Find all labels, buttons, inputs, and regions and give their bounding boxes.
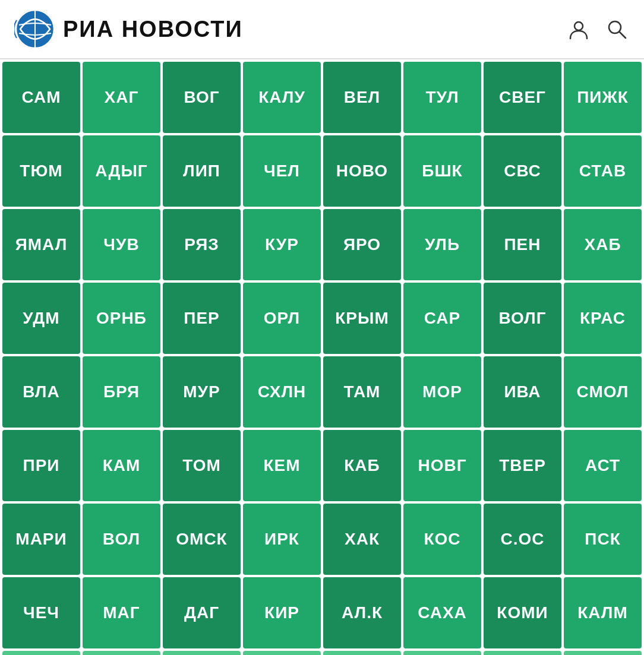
- grid-row-5: ПРИКАМТОМКЕМКАБНОВГТВЕРАСТ: [0, 430, 644, 501]
- region-cell[interactable]: ТУЛ: [403, 62, 481, 133]
- grid-row-7: ЧЕЧМАГДАГКИРАЛ.КСАХАКОМИКАЛМ: [0, 577, 644, 648]
- region-cell[interactable]: ТВЕР: [484, 430, 561, 501]
- region-cell[interactable]: С.ОС: [484, 504, 561, 575]
- region-cell[interactable]: ЧУВ: [83, 209, 160, 280]
- region-cell[interactable]: УЛЬ: [403, 209, 481, 280]
- region-cell[interactable]: ПРИ: [2, 430, 80, 501]
- svg-point-4: [609, 21, 621, 33]
- region-cell[interactable]: ХАГ: [83, 62, 160, 133]
- region-cell[interactable]: КОС: [403, 504, 481, 575]
- region-cell[interactable]: КАМ: [83, 430, 160, 501]
- region-cell[interactable]: ИВА: [484, 356, 561, 428]
- grid-row-8: АМУРЧУККАРКУРГНЕНАЛТКЧРАРХ: [0, 651, 644, 655]
- region-cell[interactable]: БРЯ: [83, 356, 160, 428]
- region-cell[interactable]: ХАК: [323, 504, 401, 575]
- region-cell[interactable]: РЯЗ: [163, 209, 241, 280]
- svg-line-5: [620, 32, 626, 38]
- region-cell[interactable]: КЕМ: [243, 430, 321, 501]
- region-cell[interactable]: САХА: [403, 577, 481, 648]
- logo-text: РИА НОВОСТИ: [63, 17, 243, 42]
- region-grid: САМХАГВОГКАЛУВЕЛТУЛСВЕГПИЖКТЮМАДЫГЛИПЧЕЛ…: [0, 62, 644, 655]
- region-cell[interactable]: ТАМ: [323, 356, 401, 428]
- header-icons: [566, 16, 630, 42]
- region-cell[interactable]: КИР: [243, 577, 321, 648]
- region-cell[interactable]: ОРЛ: [243, 283, 321, 354]
- region-cell[interactable]: ВЛА: [2, 356, 80, 428]
- region-cell[interactable]: ОРНБ: [83, 283, 160, 354]
- region-cell[interactable]: ПЕР: [163, 283, 241, 354]
- region-cell[interactable]: АМУР: [2, 651, 80, 655]
- region-cell[interactable]: АРХ: [564, 651, 642, 655]
- region-cell[interactable]: АЛТ: [403, 651, 481, 655]
- region-cell[interactable]: САР: [403, 283, 481, 354]
- region-cell[interactable]: СВЕГ: [484, 62, 561, 133]
- region-cell[interactable]: КРЫМ: [323, 283, 401, 354]
- grid-row-4: ВЛАБРЯМУРСХЛНТАММОРИВАСМОЛ: [0, 356, 644, 428]
- region-cell[interactable]: ИРК: [243, 504, 321, 575]
- region-cell[interactable]: КАЛМ: [564, 577, 642, 648]
- region-cell[interactable]: ВОГ: [163, 62, 241, 133]
- grid-row-2: ЯМАЛЧУВРЯЗКУРЯРОУЛЬПЕНХАБ: [0, 209, 644, 280]
- region-cell[interactable]: МАГ: [83, 577, 160, 648]
- grid-row-3: УДМОРНБПЕРОРЛКРЫМСАРВОЛГКРАС: [0, 283, 644, 354]
- region-cell[interactable]: ОМСК: [163, 504, 241, 575]
- region-cell[interactable]: ВОЛ: [83, 504, 160, 575]
- region-cell[interactable]: КАР: [163, 651, 241, 655]
- region-cell[interactable]: ЯРО: [323, 209, 401, 280]
- header: РИА НОВОСТИ: [0, 0, 644, 59]
- search-icon: [606, 18, 627, 40]
- region-cell[interactable]: КЧР: [484, 651, 561, 655]
- region-cell[interactable]: СМОЛ: [564, 356, 642, 428]
- region-cell[interactable]: ХАБ: [564, 209, 642, 280]
- region-cell[interactable]: ТЮМ: [2, 135, 80, 207]
- region-cell[interactable]: САМ: [2, 62, 80, 133]
- region-cell[interactable]: МУР: [163, 356, 241, 428]
- region-cell[interactable]: СТАВ: [564, 135, 642, 207]
- region-cell[interactable]: КАЛУ: [243, 62, 321, 133]
- user-button[interactable]: [566, 16, 592, 42]
- region-cell[interactable]: ТОМ: [163, 430, 241, 501]
- region-cell[interactable]: ЧУК: [83, 651, 160, 655]
- user-icon: [568, 18, 589, 40]
- grid-row-0: САМХАГВОГКАЛУВЕЛТУЛСВЕГПИЖК: [0, 62, 644, 133]
- region-cell[interactable]: ПСК: [564, 504, 642, 575]
- region-cell[interactable]: АДЫГ: [83, 135, 160, 207]
- region-cell[interactable]: АЛ.К: [323, 577, 401, 648]
- region-cell[interactable]: МОР: [403, 356, 481, 428]
- region-cell[interactable]: ДАГ: [163, 577, 241, 648]
- region-cell[interactable]: ПЕН: [484, 209, 561, 280]
- region-cell[interactable]: БШК: [403, 135, 481, 207]
- region-cell[interactable]: НОВО: [323, 135, 401, 207]
- region-cell[interactable]: ПИЖК: [564, 62, 642, 133]
- region-cell[interactable]: ВОЛГ: [484, 283, 561, 354]
- region-cell[interactable]: ЯМАЛ: [2, 209, 80, 280]
- region-cell[interactable]: СХЛН: [243, 356, 321, 428]
- region-cell[interactable]: МАРИ: [2, 504, 80, 575]
- logo-container: РИА НОВОСТИ: [14, 8, 243, 50]
- region-cell[interactable]: ЛИП: [163, 135, 241, 207]
- search-button[interactable]: [604, 16, 630, 42]
- grid-row-1: ТЮМАДЫГЛИПЧЕЛНОВОБШКСВССТАВ: [0, 135, 644, 207]
- region-cell[interactable]: ЧЕЧ: [2, 577, 80, 648]
- svg-point-3: [574, 22, 583, 30]
- region-cell[interactable]: СВС: [484, 135, 561, 207]
- region-cell[interactable]: ЧЕЛ: [243, 135, 321, 207]
- grid-row-6: МАРИВОЛОМСКИРКХАККОСС.ОСПСК: [0, 504, 644, 575]
- region-cell[interactable]: КОМИ: [484, 577, 561, 648]
- ria-logo-icon: [14, 8, 56, 50]
- region-cell[interactable]: НОВГ: [403, 430, 481, 501]
- region-cell[interactable]: КАБ: [323, 430, 401, 501]
- region-cell[interactable]: КУР: [243, 209, 321, 280]
- region-cell[interactable]: УДМ: [2, 283, 80, 354]
- region-cell[interactable]: НЕН: [323, 651, 401, 655]
- region-cell[interactable]: КРАС: [564, 283, 642, 354]
- region-cell[interactable]: АСТ: [564, 430, 642, 501]
- region-cell[interactable]: ВЕЛ: [323, 62, 401, 133]
- region-cell[interactable]: КУРГ: [243, 651, 321, 655]
